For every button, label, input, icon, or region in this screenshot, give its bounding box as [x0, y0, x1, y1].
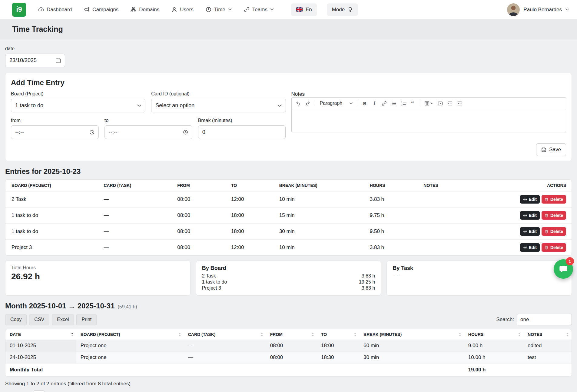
- indent-icon: [457, 101, 462, 106]
- outdent-button[interactable]: [445, 99, 454, 108]
- entries-cell-break: 30 min: [274, 224, 365, 240]
- language-button[interactable]: En: [291, 3, 317, 16]
- pagination-page-1[interactable]: 1: [33, 390, 45, 392]
- by-board-rows: 2 Task3.83 h1 task to do19.25 hProject 3…: [202, 273, 375, 291]
- to-label: to: [104, 118, 192, 123]
- month-col-header[interactable]: NOTES: [523, 329, 572, 340]
- month-col-header[interactable]: BOARD (PROJECT): [76, 329, 184, 340]
- total-hours-label: Total Hours: [11, 265, 184, 271]
- entries-cell-card: —: [99, 191, 172, 208]
- csv-button[interactable]: CSV: [29, 314, 49, 325]
- nav-item-campaigns[interactable]: Campaigns: [84, 7, 118, 13]
- nav-item-label: Users: [180, 7, 193, 13]
- delete-button[interactable]: Delete: [542, 227, 566, 236]
- entries-row: 1 task to do—08:0018:0030 min9.50 hEditD…: [5, 224, 572, 240]
- app-logo[interactable]: i9: [12, 3, 26, 17]
- month-col-header[interactable]: HOURS: [464, 329, 523, 340]
- nav-item-time[interactable]: Time: [206, 7, 232, 13]
- search-input[interactable]: [517, 314, 572, 325]
- chat-icon: [559, 264, 568, 274]
- svg-text:2.: 2.: [401, 103, 403, 105]
- undo-button[interactable]: [294, 99, 303, 108]
- sort-icon: [566, 332, 569, 337]
- delete-button[interactable]: Delete: [542, 195, 566, 204]
- paragraph-style-dropdown[interactable]: Paragraph: [317, 99, 356, 108]
- entries-cell-notes: [419, 240, 503, 256]
- print-button[interactable]: Print: [76, 314, 97, 325]
- users-icon: [171, 7, 177, 12]
- editor-toolbar: Paragraph B I 1.2. “: [292, 98, 566, 109]
- save-button[interactable]: Save: [536, 143, 566, 156]
- month-cell-date: 01-10-2025: [5, 340, 76, 352]
- nav-item-label: Time: [214, 7, 225, 13]
- board-select[interactable]: 1 task to do: [11, 99, 145, 112]
- notes-editor-content[interactable]: [292, 109, 566, 132]
- month-cell-break: 30 min: [359, 352, 464, 364]
- chat-widget-button[interactable]: 1: [554, 259, 573, 279]
- outdent-icon: [447, 101, 453, 106]
- page-header: Time Tracking: [0, 19, 577, 39]
- undo-icon: [296, 101, 301, 106]
- to-time-input[interactable]: --:--: [104, 125, 192, 139]
- month-table: DATEBOARD (PROJECT)CARD (TASK)FROMTOBREA…: [5, 329, 572, 376]
- entries-cell-actions: EditDelete: [504, 208, 572, 224]
- media-embed-button[interactable]: [436, 99, 445, 108]
- date-input[interactable]: 23/10/2025: [5, 54, 65, 67]
- from-time-input[interactable]: --:--: [11, 125, 99, 139]
- trash-icon: [545, 214, 549, 218]
- bulleted-list-icon: [391, 101, 396, 106]
- month-col-header[interactable]: DATE: [5, 329, 76, 340]
- pagination: «‹1›»: [5, 390, 572, 392]
- trash-icon: [545, 198, 549, 201]
- nav-item-users[interactable]: Users: [171, 7, 193, 13]
- bulleted-list-button[interactable]: [389, 99, 398, 108]
- copy-button[interactable]: Copy: [5, 314, 27, 325]
- month-col-header[interactable]: BREAK (MINUTES): [359, 329, 464, 340]
- nav-item-dashboard[interactable]: Dashboard: [38, 7, 72, 13]
- add-time-entry-card: Add Time Entry Board (Project) 1 task to…: [5, 73, 572, 161]
- redo-button[interactable]: [303, 99, 313, 108]
- delete-button[interactable]: Delete: [542, 211, 566, 220]
- edit-button[interactable]: Edit: [520, 211, 540, 220]
- time-icon: [206, 7, 211, 12]
- insert-table-button[interactable]: [422, 99, 435, 108]
- svg-text:“: “: [411, 101, 414, 106]
- break-field: Break (minutes) 0: [198, 118, 286, 139]
- edit-button[interactable]: Edit: [520, 243, 540, 252]
- numbered-list-button[interactable]: 1.2.: [399, 99, 408, 108]
- card-id-select[interactable]: Select an option: [151, 99, 286, 112]
- month-col-header[interactable]: TO: [317, 329, 359, 340]
- entries-cell-break: 10 min: [274, 240, 365, 256]
- month-col-header[interactable]: CARD (TASK): [184, 329, 266, 340]
- italic-button[interactable]: I: [370, 99, 379, 108]
- entries-cell-card: —: [99, 208, 172, 224]
- language-label: En: [306, 7, 312, 13]
- user-menu[interactable]: Paulo Bernardes: [507, 3, 569, 16]
- chevron-down-icon: [278, 105, 282, 107]
- trash-icon: [545, 230, 549, 234]
- link-button[interactable]: [380, 99, 389, 108]
- bold-button[interactable]: B: [360, 99, 369, 108]
- mode-button[interactable]: Mode: [327, 3, 358, 16]
- date-field-group: date 23/10/2025: [5, 46, 572, 67]
- month-total-hours-badge: (59.41 h): [118, 304, 137, 310]
- month-col-header[interactable]: FROM: [266, 329, 317, 340]
- entries-cell-to: 12:00: [226, 240, 274, 256]
- edit-button[interactable]: Edit: [520, 195, 540, 204]
- chat-badge: 1: [566, 257, 574, 265]
- toolbar-divider: [315, 100, 315, 106]
- delete-button[interactable]: Delete: [542, 243, 566, 252]
- sort-icon: [260, 332, 263, 337]
- month-table-body: 01-10-2025Project one—08:0018:0060 min9.…: [5, 340, 572, 364]
- entries-cell-actions: EditDelete: [504, 240, 572, 256]
- edit-button[interactable]: Edit: [520, 227, 540, 236]
- blockquote-button[interactable]: “: [409, 99, 418, 108]
- excel-button[interactable]: Excel: [52, 314, 74, 325]
- break-minutes-input[interactable]: 0: [198, 125, 286, 139]
- lightbulb-icon: [348, 7, 353, 12]
- indent-button[interactable]: [455, 99, 464, 108]
- paragraph-style-label: Paragraph: [320, 101, 343, 106]
- entries-cell-card: —: [99, 224, 172, 240]
- nav-item-teams[interactable]: Teams: [244, 7, 274, 13]
- nav-item-domains[interactable]: Domains: [131, 7, 159, 13]
